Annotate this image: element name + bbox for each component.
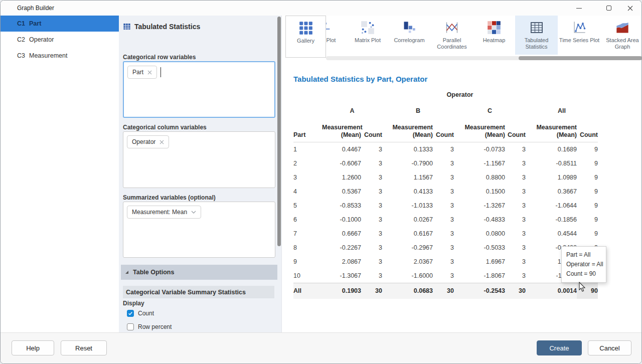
check-icon [128, 311, 133, 316]
data-cell: -0.2967 [382, 241, 433, 255]
row-label-1: 1 [293, 142, 322, 156]
table-title: Tabulated Statistics by Part, Operator [293, 75, 427, 83]
data-cell: 3 [505, 269, 526, 283]
cancel-button[interactable]: Cancel [588, 340, 631, 355]
data-cell: 1.0989 [526, 170, 577, 185]
summarized-variables-dropzone[interactable]: Measurement: Mean [123, 202, 275, 258]
row-label-8: 8 [293, 241, 322, 255]
gallery-item-time-series-plot[interactable]: Time Series Plot [557, 16, 602, 55]
hover-tooltip: Part = AllOperator = AllCount = 90 [561, 246, 606, 283]
data-cell: 0.1689 [526, 142, 577, 156]
checkbox-unchecked[interactable] [127, 323, 134, 330]
data-cell: 9 [577, 227, 598, 241]
measurement-mean-header: Measurement(Mean) [322, 118, 361, 142]
chip-operator[interactable]: Operator [127, 135, 169, 148]
close-button[interactable] [619, 1, 641, 16]
data-cell: -1.0644 [526, 199, 577, 213]
gallery-scrollbar-thumb[interactable] [519, 56, 642, 60]
row-variables-dropzone[interactable]: Part [123, 61, 275, 118]
total-cell: 0.0014 [526, 283, 577, 299]
data-cell: 9 [577, 156, 598, 170]
dialog-footer: Help Reset Create Cancel [1, 332, 642, 364]
gallery-item-heatmap[interactable]: Heatmap [473, 16, 515, 55]
data-cell: 3 [361, 241, 382, 255]
chip-measurement-mean[interactable]: Measurement: Mean [127, 206, 201, 219]
data-cell: 3 [433, 170, 454, 185]
data-cell: 0.6667 [322, 227, 361, 241]
column-variables-dropzone[interactable]: Operator [123, 131, 275, 188]
data-cell: 3 [361, 255, 382, 269]
total-cell: 30 [505, 283, 526, 299]
maximize-icon [606, 6, 611, 11]
data-cell: 0.1500 [454, 185, 505, 199]
maximize-button[interactable] [598, 1, 620, 16]
create-button[interactable]: Create [537, 340, 582, 355]
data-cell: -0.5033 [454, 241, 505, 255]
sidebar-item-operator[interactable]: C2Operator [1, 32, 119, 48]
row-label-6: 6 [293, 213, 322, 227]
gallery-label: Gallery [286, 38, 326, 44]
text-caret [160, 67, 161, 77]
chevron-down-icon[interactable] [191, 211, 196, 214]
help-button[interactable]: Help [12, 340, 54, 355]
table-options-header[interactable]: Table Options [121, 265, 277, 280]
group-header-b: B [382, 107, 454, 118]
data-cell: 3 [361, 156, 382, 170]
data-cell: 0.6167 [382, 227, 433, 241]
chip-part[interactable]: Part [127, 66, 157, 79]
data-cell: 3 [505, 241, 526, 255]
data-cell: -1.3067 [322, 269, 361, 283]
table-grid-icon [123, 23, 131, 31]
checkbox-row-count[interactable]: Count [127, 309, 181, 317]
data-cell: 9 [577, 199, 598, 213]
data-cell: 3 [505, 185, 526, 199]
gallery-item-tabulated-statistics[interactable]: Tabulated Statistics [515, 16, 558, 55]
mouse-cursor [579, 282, 586, 294]
data-cell: 3 [361, 170, 382, 185]
sidebar-item-measurement[interactable]: C3Measurement [1, 48, 119, 64]
remove-chip-icon[interactable] [147, 70, 152, 75]
row-label-all: All [293, 283, 322, 299]
collapse-icon [125, 270, 129, 274]
gallery-item-parallel-coordinates[interactable]: Parallel Coordinates [431, 16, 473, 55]
data-cell: 1.1567 [382, 170, 433, 185]
gallery-item-correlogram[interactable]: Correlogram [388, 16, 430, 55]
count-header: Count [361, 118, 382, 142]
summarized-variables-label: Summarized variables (optional) [123, 194, 216, 201]
data-cell: -0.4833 [454, 213, 505, 227]
gallery-horizontal-scrollbar[interactable] [326, 56, 642, 60]
data-cell: 0.4467 [322, 142, 361, 156]
gallery-item-stacked-area-graph[interactable]: Stacked Area Graph [602, 16, 642, 55]
data-cell: 3 [433, 269, 454, 283]
checkbox-checked[interactable] [127, 310, 134, 317]
count-header: Count [577, 118, 598, 142]
data-cell: 3 [433, 185, 454, 199]
data-cell: 3 [433, 156, 454, 170]
remove-chip-icon[interactable] [159, 140, 164, 144]
data-cell: -1.1567 [454, 156, 505, 170]
minimize-button[interactable] [568, 1, 590, 16]
data-cell: 0.4133 [382, 185, 433, 199]
total-cell: -0.2543 [454, 283, 505, 299]
panel-vertical-scrollbar[interactable] [277, 17, 281, 246]
data-cell: 1.2600 [322, 170, 361, 185]
data-cell: 3 [361, 185, 382, 199]
gallery-button[interactable]: Gallery [285, 16, 326, 58]
data-cell: 3 [505, 142, 526, 156]
reset-button[interactable]: Reset [61, 340, 107, 355]
data-cell: -1.3267 [454, 199, 505, 213]
checkbox-row-row-percent[interactable]: Row percent [127, 322, 181, 331]
data-cell: -0.6067 [322, 156, 361, 170]
title-bar[interactable]: Graph Builder [1, 1, 642, 16]
sidebar-item-part[interactable]: C1Part [1, 16, 119, 32]
group-header-all: All [526, 107, 598, 118]
data-cell: 1.6967 [454, 255, 505, 269]
data-cell: -0.1000 [322, 213, 361, 227]
data-cell: -0.8533 [322, 199, 361, 213]
total-cell: 30 [433, 283, 454, 299]
panel-header: Tabulated Statistics [123, 23, 200, 31]
gallery-item-matrix-plot[interactable]: Matrix Plot [347, 16, 389, 55]
measurement-mean-header: Measurement(Mean) [382, 118, 433, 142]
data-cell: 2.0867 [322, 255, 361, 269]
data-cell: -1.6000 [382, 269, 433, 283]
